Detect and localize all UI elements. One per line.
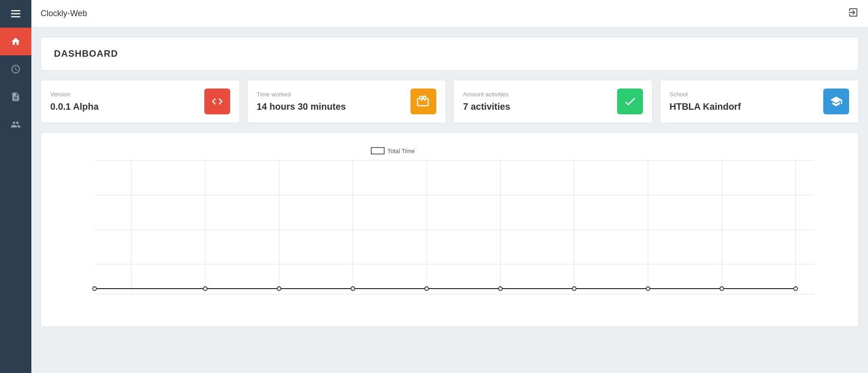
stat-card-time-worked: Time worked 14 hours 30 minutes xyxy=(247,80,446,123)
sidebar-item-users[interactable] xyxy=(0,111,31,138)
dashboard-header-card: DASHBOARD xyxy=(41,37,859,71)
svg-point-23 xyxy=(351,287,355,290)
svg-rect-1 xyxy=(11,13,20,15)
version-label: Version xyxy=(50,91,99,98)
svg-point-20 xyxy=(93,287,96,290)
version-value: 0.0.1 Alpha xyxy=(50,101,99,112)
school-value: HTBLA Kaindorf xyxy=(670,101,741,112)
code-icon xyxy=(204,89,230,114)
svg-point-29 xyxy=(794,287,797,290)
svg-text:Total Time: Total Time xyxy=(387,148,415,154)
chart-card: Total Time xyxy=(41,132,859,327)
page-title: DASHBOARD xyxy=(54,48,845,59)
main-content: Clockly-Web DASHBOARD Version 0.0.1 Alph… xyxy=(31,0,868,373)
svg-rect-3 xyxy=(371,148,384,154)
activities-label: Amount activities xyxy=(463,91,510,98)
line-chart: Total Time xyxy=(48,142,851,317)
svg-rect-2 xyxy=(11,16,20,18)
sidebar xyxy=(0,0,31,373)
svg-point-27 xyxy=(646,287,650,290)
school-icon xyxy=(823,89,849,114)
page-content: DASHBOARD Version 0.0.1 Alpha Time wo xyxy=(31,28,868,373)
time-worked-value: 14 hours 30 minutes xyxy=(257,101,346,112)
logout-button[interactable] xyxy=(848,7,859,21)
check-icon xyxy=(617,89,643,114)
svg-rect-0 xyxy=(11,10,20,12)
sidebar-item-timer[interactable] xyxy=(0,55,31,83)
topbar: Clockly-Web xyxy=(31,0,868,28)
school-label: School xyxy=(670,91,741,98)
activities-value: 7 activities xyxy=(463,101,510,112)
svg-point-21 xyxy=(203,287,207,290)
sidebar-item-reports[interactable] xyxy=(0,83,31,111)
menu-toggle-button[interactable] xyxy=(0,0,31,28)
svg-point-22 xyxy=(277,287,281,290)
time-worked-label: Time worked xyxy=(257,91,346,98)
stat-card-activities: Amount activities 7 activities xyxy=(453,80,653,123)
app-title: Clockly-Web xyxy=(41,9,87,18)
stat-card-school: School HTBLA Kaindorf xyxy=(660,80,859,123)
stat-cards-row: Version 0.0.1 Alpha Time worked 14 hours… xyxy=(41,80,859,123)
svg-point-26 xyxy=(572,287,576,290)
clock-icon xyxy=(410,89,436,114)
svg-point-28 xyxy=(720,287,724,290)
stat-card-version: Version 0.0.1 Alpha xyxy=(41,80,240,123)
svg-point-24 xyxy=(425,287,428,290)
svg-point-25 xyxy=(499,287,502,290)
sidebar-item-home[interactable] xyxy=(0,28,31,55)
